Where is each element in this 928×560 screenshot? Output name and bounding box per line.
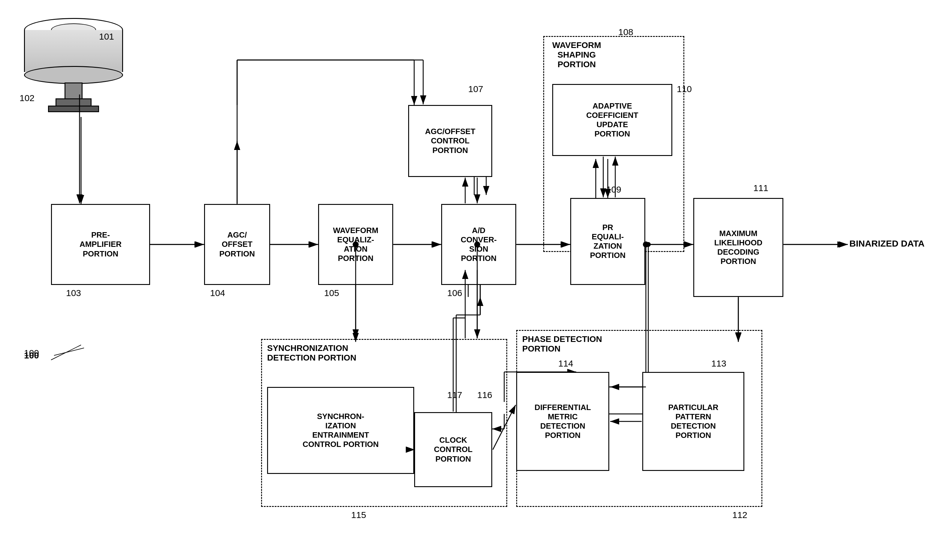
ad-conversion-block: A/DCONVER-SIONPORTION [441,204,516,285]
number-110: 110 [677,84,692,94]
svg-line-39 [54,348,84,355]
number-115: 115 [351,510,366,520]
number-112: 112 [732,510,747,520]
agc-offset-control-block: AGC/OFFSETCONTROLPORTION [408,105,492,177]
adaptive-coeff-block: ADAPTIVECOEFFICIENTUPDATEPORTION [552,84,672,156]
number-109: 109 [606,184,621,195]
number-104: 104 [210,288,225,298]
number-106: 106 [447,288,462,298]
waveform-eq-block: WAVEFORMEQUALIZ-ATIONPORTION [318,204,393,285]
number-105: 105 [324,288,339,298]
number-100: 100 [24,348,39,358]
agc-offset-block: AGC/OFFSETPORTION [204,204,270,285]
waveform-shaping-label: WAVEFORMSHAPINGPORTION [552,41,601,69]
number-116: 116 [477,390,492,400]
sync-detection-label: SYNCHRONIZATIONDETECTION PORTION [267,344,356,363]
number-108: 108 [618,27,633,37]
binarized-data-label: BINARIZED DATA [849,239,925,249]
disk-illustration [18,18,132,114]
svg-line-36 [51,345,81,360]
pre-amplifier-block: PRE-AMPLIFIERPORTION [51,204,150,285]
max-likelihood-block: MAXIMUMLIKELIHOODDECODINGPORTION [693,198,783,297]
differential-metric-block: DIFFERENTIALMETRICDETECTIONPORTION [516,372,609,471]
pr-eq-block: PREQUALI-ZATIONPORTION [570,198,645,285]
diagram: 101 102 PRE-AMPLIFIERPORTION 103 AGC/OFF… [0,0,928,560]
number-113: 113 [711,358,726,369]
number-117: 117 [447,390,462,400]
sync-entrainment-block: SYNCHRON-IZATIONENTRAINMENTCONTROL PORTI… [267,387,414,474]
particular-pattern-block: PARTICULARPATTERNDETECTIONPORTION [642,372,744,471]
number-103: 103 [66,288,81,298]
number-107: 107 [468,84,483,94]
number-114: 114 [558,358,573,369]
phase-detection-label: PHASE DETECTIONPORTION [522,335,602,354]
number-111: 111 [753,183,768,193]
number-102: 102 [20,93,35,103]
number-101: 101 [99,32,114,42]
clock-control-block: CLOCKCONTROLPORTION [414,412,492,487]
